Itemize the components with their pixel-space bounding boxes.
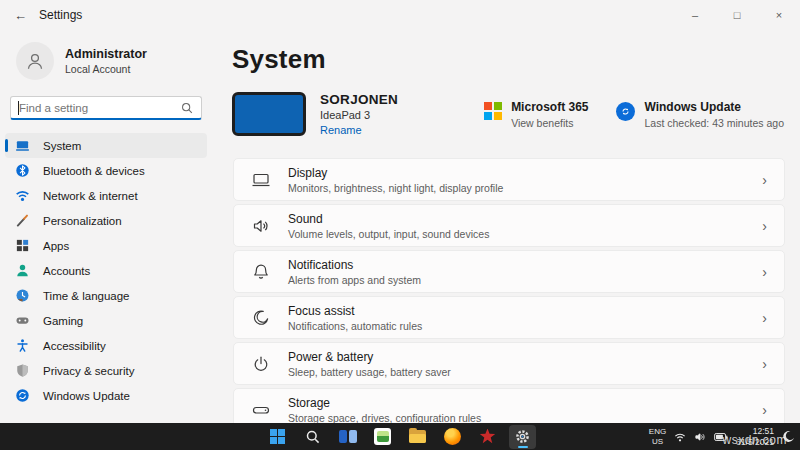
clock-globe-icon	[14, 288, 30, 304]
firefox-icon	[444, 428, 461, 445]
gear-icon	[514, 428, 531, 445]
photo-app-icon	[374, 428, 391, 445]
row-title: Sound	[288, 212, 489, 226]
search-input[interactable]	[11, 102, 181, 114]
taskbar-search-button[interactable]	[299, 425, 326, 449]
settings-row-sound[interactable]: Sound Volume levels, output, input, soun…	[233, 204, 785, 247]
row-subtitle: Alerts from apps and system	[288, 274, 421, 286]
media-app-button[interactable]	[369, 425, 396, 449]
taskbar: ENG US 12:51 31/5/2021	[0, 423, 800, 450]
sidebar-item-label: Privacy & security	[43, 365, 134, 377]
update-icon	[14, 388, 30, 404]
settings-row-power-battery[interactable]: Power & battery Sleep, battery usage, ba…	[233, 342, 785, 385]
wifi-status-icon[interactable]	[674, 431, 686, 443]
sidebar-item-label: Gaming	[43, 315, 83, 327]
red-app-button[interactable]	[474, 425, 501, 449]
storage-drive-icon	[251, 400, 271, 420]
text-caret	[18, 101, 19, 115]
bell-icon	[251, 262, 271, 282]
account-header[interactable]: Administrator Local Account	[16, 42, 212, 80]
settings-app-button[interactable]	[509, 425, 536, 449]
maximize-icon[interactable]: □	[716, 0, 758, 30]
chevron-right-icon: ›	[762, 218, 767, 234]
back-icon[interactable]: ←	[14, 8, 27, 23]
chevron-right-icon: ›	[762, 264, 767, 280]
sidebar-item-bluetooth-devices[interactable]: Bluetooth & devices	[5, 158, 207, 183]
row-subtitle: Notifications, automatic rules	[288, 320, 422, 332]
start-button[interactable]	[264, 425, 291, 449]
avatar	[16, 42, 54, 80]
sidebar-item-label: Apps	[43, 240, 69, 252]
row-title: Storage	[288, 396, 481, 410]
row-title: Power & battery	[288, 350, 451, 364]
microsoft-365-link[interactable]: Microsoft 365 View benefits	[484, 100, 588, 129]
power-icon	[251, 354, 271, 374]
sidebar-item-label: Time & language	[43, 290, 130, 302]
promo-title: Windows Update	[644, 100, 784, 114]
chevron-right-icon: ›	[762, 356, 767, 372]
user-name: Administrator	[65, 47, 147, 61]
sidebar-item-network-internet[interactable]: Network & internet	[5, 183, 207, 208]
bluetooth-icon	[14, 163, 30, 179]
device-thumbnail	[232, 92, 306, 136]
device-model: IdeaPad 3	[320, 109, 398, 121]
sidebar-item-label: Personalization	[43, 215, 122, 227]
sidebar-item-accessibility[interactable]: Accessibility	[5, 333, 207, 358]
settings-row-focus-assist[interactable]: Focus assist Notifications, automatic ru…	[233, 296, 785, 339]
sidebar-item-system[interactable]: System	[5, 133, 207, 158]
system-icon	[14, 138, 30, 154]
person-icon	[25, 51, 45, 71]
firefox-button[interactable]	[439, 425, 466, 449]
minimize-icon[interactable]: –	[674, 0, 716, 30]
row-subtitle: Storage space, drives, configuration rul…	[288, 412, 481, 424]
chevron-right-icon: ›	[762, 402, 767, 418]
file-explorer-button[interactable]	[404, 425, 431, 449]
row-subtitle: Sleep, battery usage, battery saver	[288, 366, 451, 378]
sidebar-item-privacy-security[interactable]: Privacy & security	[5, 358, 207, 383]
windows-update-icon	[616, 102, 635, 121]
sidebar-item-personalization[interactable]: Personalization	[5, 208, 207, 233]
settings-row-notifications[interactable]: Notifications Alerts from apps and syste…	[233, 250, 785, 293]
sidebar-item-label: Accessibility	[43, 340, 106, 352]
chevron-right-icon: ›	[762, 310, 767, 326]
sidebar-item-windows-update[interactable]: Windows Update	[5, 383, 207, 408]
volume-status-icon[interactable]	[694, 431, 706, 443]
task-view-button[interactable]	[334, 425, 361, 449]
accessibility-person-icon	[14, 338, 30, 354]
row-subtitle: Volume levels, output, input, sound devi…	[288, 228, 489, 240]
chevron-right-icon: ›	[762, 172, 767, 188]
row-subtitle: Monitors, brightness, night light, displ…	[288, 182, 503, 194]
microsoft-logo-icon	[484, 102, 502, 120]
row-title: Focus assist	[288, 304, 422, 318]
language-indicator[interactable]: ENG US	[649, 427, 666, 446]
promo-subtitle: Last checked: 43 minutes ago	[644, 117, 784, 129]
promo-links: Microsoft 365 View benefits Windows Upda…	[484, 100, 784, 129]
page-title: System	[232, 44, 800, 75]
sidebar-item-gaming[interactable]: Gaming	[5, 308, 207, 333]
speaker-icon	[251, 216, 271, 236]
apps-grid-icon	[14, 238, 30, 254]
sidebar-item-time-language[interactable]: Time & language	[5, 283, 207, 308]
windows-update-link[interactable]: Windows Update Last checked: 43 minutes …	[616, 100, 784, 129]
wifi-icon	[14, 188, 30, 204]
sidebar-item-apps[interactable]: Apps	[5, 233, 207, 258]
settings-window: ← Settings – □ × Administrator Local Acc…	[0, 0, 800, 450]
search-box[interactable]	[10, 96, 202, 120]
sidebar-item-label: Accounts	[43, 265, 90, 277]
row-title: Display	[288, 166, 503, 180]
device-name: SORJONEN	[320, 92, 398, 107]
sidebar-item-label: System	[43, 140, 81, 152]
settings-row-display[interactable]: Display Monitors, brightness, night ligh…	[233, 158, 785, 201]
rename-link[interactable]: Rename	[320, 124, 398, 136]
promo-title: Microsoft 365	[511, 100, 588, 114]
crescent-moon-icon	[251, 308, 271, 328]
sidebar-item-label: Network & internet	[43, 190, 138, 202]
sidebar-item-label: Bluetooth & devices	[43, 165, 145, 177]
windows-logo-icon	[270, 429, 286, 445]
close-icon[interactable]: ×	[758, 0, 800, 30]
sidebar-item-accounts[interactable]: Accounts	[5, 258, 207, 283]
settings-list: Display Monitors, brightness, night ligh…	[233, 158, 785, 434]
game-controller-icon	[14, 313, 30, 329]
user-account-type: Local Account	[65, 63, 147, 75]
language-region: US	[649, 437, 666, 447]
